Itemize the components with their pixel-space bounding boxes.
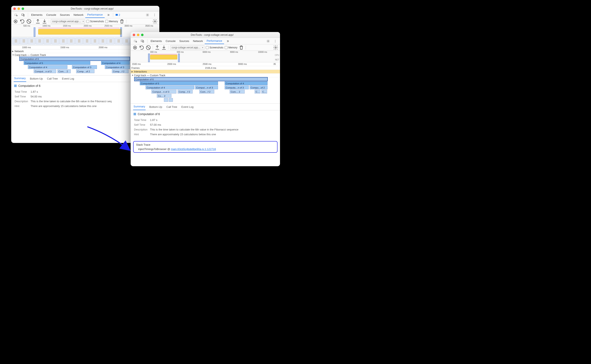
overview-handle-left[interactable] — [34, 27, 35, 37]
tab-eventlog[interactable]: Event Log — [61, 75, 75, 82]
screenshot-thumb[interactable] — [20, 38, 27, 45]
screenshot-thumb[interactable] — [99, 38, 107, 45]
flame-bar[interactable]: Computa…n of 3 — [225, 86, 249, 89]
flame-chart[interactable]: Computation of 6Computation of 5Computat… — [131, 77, 280, 104]
screenshot-thumb[interactable] — [12, 38, 20, 45]
flame-bar[interactable]: Compu…of 2 — [250, 86, 268, 89]
screenshot-thumb[interactable] — [67, 38, 75, 45]
overview-handle-right[interactable] — [120, 27, 122, 37]
screenshot-thumb[interactable] — [44, 38, 51, 45]
flame-bar[interactable] — [169, 98, 173, 102]
flame-bar[interactable]: Com… 2 — [57, 69, 71, 73]
flame-bar[interactable]: Com…f 2 — [199, 90, 214, 93]
screenshot-thumb[interactable] — [83, 38, 91, 45]
overview-handle-left[interactable] — [148, 54, 150, 62]
tab-sources[interactable]: Sources — [58, 12, 72, 18]
flame-bar[interactable]: Computation of 4 — [28, 65, 67, 69]
download-icon[interactable] — [42, 19, 47, 24]
stack-frame-link[interactable]: main.63cb5c4bde8be90a.js:1:122716 — [171, 148, 216, 151]
tab-elements[interactable]: Elements — [29, 12, 44, 18]
tab-elements[interactable]: Elements — [149, 38, 164, 44]
flame-bar[interactable]: Computation of 3 — [72, 65, 97, 69]
flame-bar[interactable]: Comp…f 2 — [112, 69, 128, 73]
flame-bar[interactable]: Comput…n of 3 — [195, 86, 218, 89]
flame-bar[interactable]: Computation of 4 — [146, 86, 194, 89]
record-icon[interactable] — [132, 45, 138, 50]
gc-icon[interactable] — [119, 19, 125, 24]
download-icon[interactable] — [161, 45, 167, 50]
flame-bar[interactable]: Computation of 4 — [101, 61, 130, 65]
screenshot-thumb[interactable] — [28, 38, 35, 45]
tab-network[interactable]: Network — [191, 38, 205, 44]
flame-bar[interactable]: Com… 2 — [230, 90, 245, 93]
clear-icon[interactable] — [26, 19, 32, 24]
more-tabs-icon[interactable] — [224, 38, 231, 44]
reload-icon[interactable] — [139, 45, 144, 50]
flame-bar[interactable]: Computation of 6 — [20, 57, 130, 61]
flame-bar[interactable]: Co… 2 — [157, 94, 171, 98]
tab-summary[interactable]: Summary — [133, 103, 146, 110]
recording-select[interactable]: corgi-collage.vercel.app… — [170, 45, 204, 50]
screenshot-thumb[interactable] — [123, 38, 130, 45]
overview-handle-right[interactable] — [178, 54, 180, 62]
traffic-close-icon[interactable] — [133, 34, 135, 36]
flame-bar[interactable]: Computation of 4 — [225, 81, 268, 85]
recording-select[interactable]: corgi-collage.vercel.app… — [51, 19, 85, 24]
tab-performance[interactable]: Performance — [85, 12, 104, 18]
traffic-minimize-icon[interactable] — [17, 7, 20, 10]
traffic-minimize-icon[interactable] — [137, 34, 139, 36]
traffic-close-icon[interactable] — [13, 7, 16, 10]
flame-bar[interactable]: Comput…n of 3 — [34, 69, 56, 73]
screenshot-thumb[interactable] — [107, 38, 114, 45]
settings-icon[interactable] — [144, 12, 151, 18]
tab-console[interactable]: Console — [44, 12, 58, 18]
tab-calltree[interactable]: Call Tree — [47, 75, 58, 82]
frames-row[interactable]: Frames 2155.4 ms — [131, 66, 280, 70]
tab-performance[interactable]: Performance — [205, 38, 224, 44]
kebab-menu-icon[interactable] — [272, 38, 279, 44]
screenshot-thumb[interactable] — [75, 38, 83, 45]
screenshot-thumb[interactable] — [52, 38, 59, 45]
upload-icon[interactable] — [154, 45, 160, 50]
flame-bar[interactable]: C… — [261, 90, 267, 93]
issues-badge[interactable]: 2 — [115, 13, 120, 16]
kebab-menu-icon[interactable] — [151, 12, 158, 18]
overview-pane[interactable]: 000 ms 000 ms 6000 ms 8000 ms 10000 ms C… — [131, 51, 280, 62]
track-interactions[interactable]: ▶Interactions — [131, 70, 280, 74]
flame-bar[interactable]: Comp…of 2 — [76, 69, 94, 73]
track-corgi[interactable]: ▼Corgi track — Custom Track — [131, 74, 280, 77]
clear-icon[interactable] — [146, 45, 151, 50]
reload-icon[interactable] — [20, 19, 25, 24]
flame-bar[interactable]: Computation of 5 — [140, 81, 218, 85]
screenshot-thumb[interactable] — [60, 38, 67, 45]
capture-settings-icon[interactable] — [152, 19, 158, 24]
device-toggle-icon[interactable] — [20, 12, 27, 18]
flame-bar[interactable]: Computation of 6 — [134, 77, 268, 81]
screenshot-thumb[interactable] — [36, 38, 43, 45]
flame-bar[interactable]: C… — [255, 90, 261, 93]
device-toggle-icon[interactable] — [139, 38, 146, 44]
inspect-icon[interactable] — [13, 12, 20, 18]
tab-bottomup[interactable]: Bottom-Up — [30, 75, 43, 82]
screenshot-thumb[interactable] — [115, 38, 122, 45]
tab-bottomup[interactable]: Bottom-Up — [149, 104, 163, 110]
tab-console[interactable]: Console — [164, 38, 177, 44]
record-icon[interactable] — [13, 19, 18, 24]
flame-bar[interactable]: Computation of 5 — [24, 61, 90, 65]
memory-checkbox[interactable]: Memory — [105, 20, 118, 23]
tab-network[interactable]: Network — [72, 12, 86, 18]
tab-calltree[interactable]: Call Tree — [166, 104, 178, 110]
more-tabs-icon[interactable] — [105, 12, 112, 18]
tab-eventlog[interactable]: Event Log — [181, 104, 194, 110]
settings-icon[interactable] — [265, 38, 272, 44]
screenshots-checkbox[interactable]: Screenshots — [206, 46, 223, 49]
tab-sources[interactable]: Sources — [177, 38, 191, 44]
flame-bar[interactable]: Comp…f 2 — [178, 90, 193, 93]
flame-bar[interactable] — [164, 98, 168, 102]
flame-bar[interactable]: Comput…n of 3 — [151, 90, 176, 93]
screenshot-thumb[interactable] — [91, 38, 99, 45]
traffic-zoom-icon[interactable] — [22, 7, 24, 10]
flame-bar[interactable]: Computation of 3 — [105, 65, 130, 69]
tab-summary[interactable]: Summary — [14, 75, 26, 82]
traffic-zoom-icon[interactable] — [141, 34, 144, 36]
